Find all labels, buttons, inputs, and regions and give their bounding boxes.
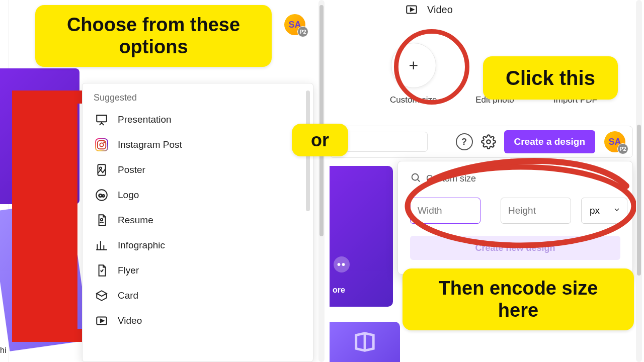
card-icon [95, 289, 109, 303]
tile-custom-size[interactable]: + Custom size [390, 43, 437, 105]
presentation-icon [95, 113, 109, 127]
svg-point-11 [487, 140, 491, 144]
account-avatar[interactable]: SAP2 [284, 14, 305, 35]
svg-point-5 [100, 167, 102, 169]
annotation-click-this: Click this [483, 56, 618, 100]
svg-point-12 [412, 173, 419, 180]
dd-item-instagram[interactable]: Instagram Post [94, 132, 302, 157]
flyer-icon [95, 263, 109, 278]
list-item-label: Video [427, 4, 453, 16]
custom-size-popover: Custom size × px Create new design [397, 161, 633, 275]
width-input[interactable] [410, 198, 480, 224]
infographic-icon [95, 238, 109, 252]
instagram-icon [95, 138, 109, 152]
video-icon [405, 3, 418, 16]
svg-text:Co: Co [99, 193, 105, 198]
dd-item-presentation[interactable]: Presentation [94, 107, 302, 132]
chevron-down-icon [613, 205, 621, 216]
annotation-encode-size: Then encode size here [403, 268, 634, 330]
dd-item-card[interactable]: Card [94, 283, 302, 308]
account-avatar[interactable]: SAP2 [604, 131, 625, 152]
dd-label: Poster [118, 164, 145, 175]
create-new-design-button[interactable]: Create new design [410, 236, 620, 260]
promo-banner-purple: •• ore [330, 166, 393, 307]
dd-label: Instagram Post [118, 139, 182, 150]
dd-item-infographic[interactable]: Infographic [94, 233, 302, 258]
settings-icon[interactable] [480, 133, 497, 150]
dd-label: Video [118, 315, 142, 326]
height-input[interactable] [501, 198, 571, 224]
tile-label: Custom size [390, 95, 437, 105]
create-design-button[interactable]: Create a design [504, 130, 596, 153]
dd-item-poster[interactable]: Poster [94, 157, 302, 183]
popover-title: Custom size [426, 173, 476, 184]
poster-icon [95, 163, 109, 177]
help-icon[interactable]: ? [456, 133, 473, 150]
search-input[interactable] [337, 132, 428, 152]
size-inputs-row: px [410, 198, 620, 224]
plus-icon: + [391, 43, 436, 88]
booklet-icon [353, 330, 376, 353]
avatar-plan-badge: P2 [297, 26, 308, 37]
dd-item-flyer[interactable]: Flyer [94, 258, 302, 283]
close-icon[interactable]: × [613, 171, 620, 186]
search-icon [410, 172, 421, 186]
svg-point-3 [104, 142, 105, 143]
left-page-scrollbar[interactable] [318, 0, 325, 362]
resume-icon [95, 213, 109, 227]
dd-label: Flyer [118, 265, 139, 276]
unit-select[interactable]: px [581, 198, 627, 224]
svg-point-8 [101, 219, 103, 221]
design-type-dropdown: Suggested Presentation Instagram Post Po… [82, 83, 313, 362]
dd-label: Infographic [118, 240, 165, 251]
banner-more-label[interactable]: ore [333, 286, 345, 295]
dd-label: Resume [118, 215, 153, 226]
dropdown-heading: Suggested [94, 93, 302, 103]
dd-label: Presentation [118, 114, 172, 125]
dd-label: Card [118, 290, 138, 301]
svg-point-2 [100, 143, 103, 146]
annotation-choose-options: Choose from these options [35, 5, 272, 67]
template-thumbnail[interactable] [330, 322, 400, 362]
dd-item-resume[interactable]: Resume [94, 208, 302, 233]
unit-value: px [590, 205, 600, 216]
annotation-red-bracket [12, 90, 77, 342]
annotation-or: or [292, 124, 348, 156]
logo-icon: Co [95, 188, 109, 202]
top-header-bar: ? Create a design SAP2 [330, 126, 633, 158]
video-icon [95, 314, 109, 328]
right-page-scrollbar[interactable] [636, 0, 642, 362]
svg-rect-0 [97, 115, 107, 122]
list-item-video-tail[interactable]: Video [405, 3, 453, 16]
dd-label: Logo [118, 190, 139, 201]
truncated-caption: hi [0, 346, 6, 355]
more-icon[interactable]: •• [334, 256, 350, 273]
dd-item-logo[interactable]: Co Logo [94, 183, 302, 208]
dd-item-video[interactable]: Video [94, 308, 302, 333]
